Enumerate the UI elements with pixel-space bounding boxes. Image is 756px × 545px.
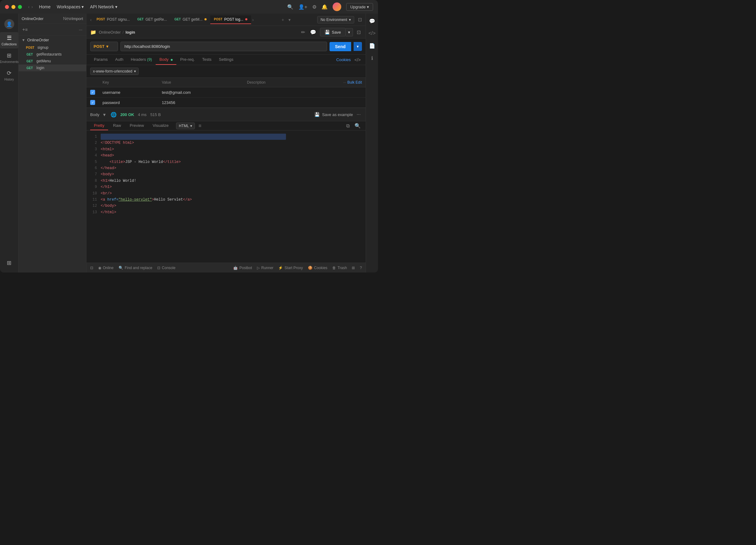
back-button[interactable]: ‹ [28,4,30,9]
resp-tab-visualize[interactable]: Visualize [149,121,172,130]
panel-toggle-button[interactable]: ⊡ [357,15,363,24]
save-example-label[interactable]: Save as example [322,112,353,117]
cookies-link[interactable]: Cookies [336,57,351,62]
row-desc-cell[interactable] [243,87,304,98]
tab-settings[interactable]: Settings [215,55,237,65]
right-panel-docs[interactable]: 📄 [367,41,377,51]
search-icon[interactable]: 🔍 [287,4,293,10]
row-desc-cell[interactable] [243,98,304,108]
bottom-postbot[interactable]: 🤖 Postbot [233,266,252,270]
copy-response-button[interactable]: ⧉ [345,122,351,130]
encoding-select[interactable]: x-www-form-urlencoded ▾ [90,68,139,75]
import-button[interactable]: Import [72,16,83,21]
collection-item-signup[interactable]: POST signup [19,44,86,51]
sidebar-item-environments[interactable]: ⊞ Environments [0,50,18,66]
environment-select[interactable]: No Environment ▾ [317,16,354,23]
collection-item-getrestaurants[interactable]: GET getRestaurants [19,51,86,58]
code-icon[interactable]: </> [353,56,362,64]
more-actions: ··· [79,27,82,32]
collection-item-login[interactable]: GET login [19,65,86,71]
tab-menu-button[interactable]: ▾ [287,16,292,23]
maximize-button[interactable] [18,5,22,9]
row-actions-cell [304,98,366,108]
new-tab-button[interactable]: + [280,16,285,23]
bottom-trash[interactable]: 🗑 Trash [332,266,347,270]
resp-tab-pretty[interactable]: Pretty [90,121,108,130]
url-input[interactable] [120,42,327,51]
settings-icon[interactable]: ⚙ [312,4,317,10]
nav-workspaces[interactable]: Workspaces ▾ [57,4,84,9]
avatar[interactable] [333,2,341,11]
more-actions-button[interactable]: ··· [79,27,82,32]
search-response-button[interactable]: 🔍 [353,122,362,130]
bottom-find-replace[interactable]: 🔍 Find and replace [119,266,152,270]
tab-getmenu[interactable]: GET GET getM... [171,15,210,24]
right-panel-code[interactable]: </> [367,28,377,38]
save-button[interactable]: 💾 Save [320,28,346,36]
resp-tab-preview[interactable]: Preview [126,121,148,130]
method-select[interactable]: POST ▾ [90,42,118,51]
nav-api-network[interactable]: API Network ▾ [90,4,117,9]
right-panel-chat[interactable]: 💬 [367,16,377,26]
collection-name: OnlineOrder [27,38,49,42]
edit-button[interactable]: ✏ [300,28,306,36]
wrap-icon[interactable]: ≡ [199,123,201,129]
col-check [86,78,99,87]
tab-body[interactable]: Body [156,55,176,65]
tab-headers[interactable]: Headers (9) [127,55,156,65]
right-panel-info[interactable]: ℹ [367,53,377,63]
tab-tests[interactable]: Tests [198,55,215,65]
add-icon[interactable]: + [22,27,25,32]
console-icon: ⊡ [157,266,160,270]
row-key-cell[interactable]: username [99,87,158,98]
send-dropdown-button[interactable]: ▾ [354,42,362,51]
save-dropdown-button[interactable]: ▾ [346,28,353,36]
comment-button[interactable]: 💬 [309,28,317,36]
row-checkbox[interactable]: ✓ [90,90,95,95]
tab-prev-button[interactable]: ‹ [89,16,93,23]
tab-auth[interactable]: Auth [111,55,127,65]
sidebar-item-collections[interactable]: ☰ Collections [0,32,18,48]
row-checkbox[interactable]: ✓ [90,100,95,105]
new-collection-button[interactable]: New [63,16,72,21]
details-button[interactable]: ⊡ [355,28,362,36]
item-name: signup [37,45,48,50]
close-button[interactable] [5,5,9,9]
tab-prereq[interactable]: Pre-req. [176,55,198,65]
response-more-button[interactable]: ··· [355,111,362,119]
response-dropdown-icon[interactable]: ▾ [103,112,106,118]
filter-icon[interactable]: ≡ [25,27,27,32]
send-button[interactable]: Send [330,42,351,51]
format-select[interactable]: HTML ▾ [176,123,195,129]
bottom-grid[interactable]: ⊞ [352,266,355,270]
resp-tab-raw[interactable]: Raw [109,121,125,130]
bottom-runner[interactable]: ▷ Runner [257,266,273,270]
nav-home[interactable]: Home [39,4,50,9]
tab-params[interactable]: Params [90,55,111,65]
bottom-console[interactable]: ⊡ Console [157,266,175,270]
bottom-cookies[interactable]: 🍪 Cookies [308,266,327,270]
upgrade-button[interactable]: Upgrade ▾ [346,3,373,11]
row-value-cell[interactable]: test@gmail.com [158,87,243,98]
collection-item-getmenu[interactable]: GET getMenu [19,58,86,65]
bottom-start-proxy[interactable]: ⚡ Start Proxy [278,266,303,270]
tab-signup[interactable]: POST POST signu... [93,15,134,24]
tab-getrestaurants[interactable]: GET GET getRe... [133,15,170,24]
tab-login[interactable]: POST POST log... [210,15,251,24]
forward-button[interactable]: › [31,4,33,9]
add-person-icon[interactable]: 👤+ [298,4,307,10]
row-value-cell[interactable]: 123456 [158,98,243,108]
sidebar-item-marketplace[interactable]: ⊞ [6,257,13,269]
sidebar-item-history[interactable]: ⟳ History [0,67,18,84]
notifications-icon[interactable]: 🔔 [321,4,328,10]
tab-next-button[interactable]: › [251,16,255,23]
collection-onlineorder[interactable]: ▼ OnlineOrder [19,36,86,44]
bottom-online[interactable]: ◉ Online [98,266,114,270]
minimize-button[interactable] [11,5,15,9]
tab-dirty-dot [245,18,247,20]
bottom-help[interactable]: ? [360,266,362,270]
bottom-layout-button[interactable]: ⊡ [90,266,93,270]
row-key-cell[interactable]: password [99,98,158,108]
row-check-cell: ✓ [86,87,99,98]
bulk-edit-label[interactable]: Bulk Edit [347,80,362,85]
